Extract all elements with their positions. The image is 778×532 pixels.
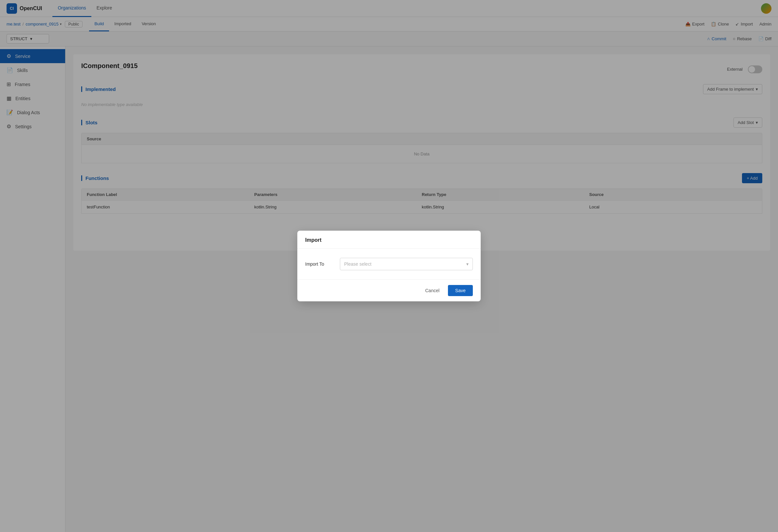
import-to-chevron: ▾ (466, 261, 469, 267)
import-to-placeholder: Please select (344, 261, 371, 267)
import-to-row: Import To Please select ▾ (305, 258, 473, 270)
modal-overlay[interactable]: Import Import To Please select ▾ Cancel … (0, 0, 778, 532)
save-button[interactable]: Save (448, 285, 473, 296)
cancel-button[interactable]: Cancel (420, 285, 445, 296)
modal-body: Import To Please select ▾ (297, 249, 481, 279)
modal-footer: Cancel Save (297, 279, 481, 301)
import-to-label: Import To (305, 261, 335, 267)
import-modal: Import Import To Please select ▾ Cancel … (297, 231, 481, 301)
modal-title: Import (305, 237, 322, 243)
import-to-select[interactable]: Please select ▾ (340, 258, 473, 270)
modal-header: Import (297, 231, 481, 249)
